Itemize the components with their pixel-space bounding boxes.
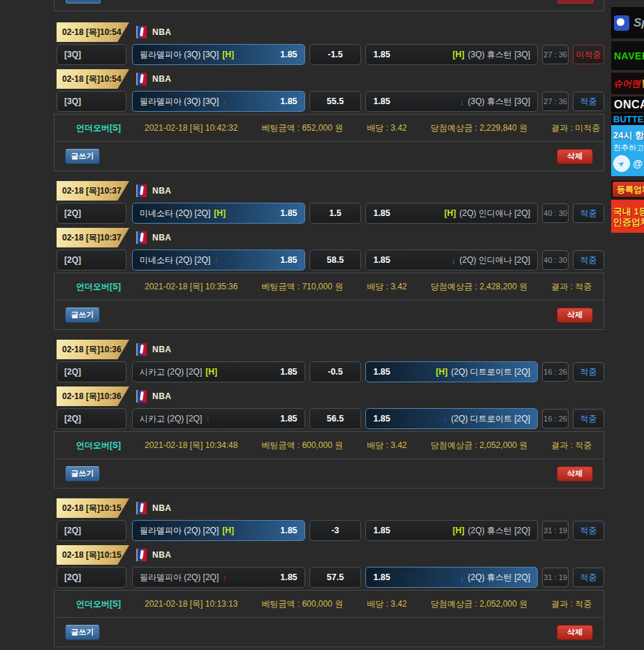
banner-naver[interactable]: NAVER [611,41,644,70]
nba-logo-icon [136,390,147,403]
payout-odds: 배당 : 3.42 [367,281,407,293]
over-odds: 1.85 [280,414,297,424]
quarter-label: [2Q] [57,361,126,382]
date-row: 02-18 [목]10:36 NBA [54,384,604,408]
league-name: NBA [152,233,172,243]
bet-row: [3Q] 필라델피아 (3Q) [3Q] ↑ 1.85 55.5 1.85 ↓ … [54,91,604,112]
banner-text: ONCA [614,99,644,111]
summary-result: 결과 : 미적중 [551,122,600,134]
sports-logo-icon [614,15,629,31]
league-name: NBA [152,345,172,354]
payout-odds: 배당 : 3.42 [367,598,407,610]
banner-no1-verified[interactable]: 국내 1등 인증업체 [611,200,644,233]
away-team-name: (2Q) 휴스턴 [2Q] [468,572,530,584]
handicap-tag: [H] [222,50,234,59]
delete-button-partial[interactable] [557,0,594,3]
score: 31 : 19 [542,521,569,540]
bet-summary: 언더오버[S] 2021-02-18 [목] 10:13:13 베팅금액 : 6… [54,590,604,647]
quarter-label: [3Q] [57,44,126,65]
summary-info: 언더오버[S] 2021-02-18 [목] 10:35:36 베팅금액 : 7… [54,273,603,301]
banner-sports[interactable]: Sp [611,7,644,38]
away-team-name: (3Q) 휴스턴 [3Q] [468,96,530,108]
expected-winnings: 당첨예상금 : 2,052,000 원 [431,598,528,610]
league-name: NBA [152,186,172,196]
date-badge: 02-18 [목]10:36 [57,340,129,359]
result-badge: 미적중 [573,45,604,64]
banner-text: NAVER [614,50,644,62]
date-row: 02-18 [목]10:36 NBA [54,338,604,361]
home-team-box: 시카고 (2Q) [2Q] [H] 1.85 [132,361,305,382]
banner-sureman[interactable]: 슈어맨 [611,73,644,94]
bet-type-label: 언더오버[S] [76,281,121,293]
bet-row: [2Q] 시카고 (2Q) [2Q] ↑ 1.85 56.5 1.85 ↓ (2… [54,408,604,429]
date-badge: 02-18 [목]10:54 [57,22,129,42]
home-team-name: 미네소타 (2Q) [2Q] [140,254,210,266]
bet-row: [3Q] 필라델피아 (3Q) [3Q] [H] 1.85 -1.5 1.85 … [54,44,604,65]
banner-telegram[interactable]: 24시 항 친추하고 ➤ @ [611,125,644,176]
away-odds: 1.85 [373,50,390,59]
at-symbol: @ [633,158,643,169]
under-box: 1.85 ↓ (2Q) 인디애나 [2Q] [365,250,538,270]
write-button[interactable]: 글쓰기 [65,466,100,482]
away-team-box: 1.85 [H] (2Q) 휴스턴 [2Q] [365,520,538,541]
summary-info: 언더오버[S] 2021-02-18 [목] 10:13:13 베팅금액 : 6… [54,591,603,618]
home-team-name: 시카고 (2Q) [2Q] [140,413,202,425]
score: 27 : 36 [542,45,569,64]
home-team-box-selected: 미네소타 (2Q) [2Q] [H] 1.85 [132,203,305,224]
bet-block: 02-18 [목]10:15 NBA [2Q] 필라델피아 (2Q) [2Q] … [54,496,604,647]
league-name: NBA [152,391,172,401]
summary-datetime: 2021-02-18 [목] 10:35:36 [145,281,237,293]
quarter-label: [3Q] [57,91,126,112]
league: NBA [136,343,172,356]
banner-text: 국내 1등 [613,206,644,217]
league: NBA [136,502,172,514]
registered-chip: 등록업체 [613,182,644,197]
date-row: 02-18 [목]10:15 NBA [54,543,604,567]
over-odds: 1.85 [280,255,297,265]
league: NBA [136,26,172,38]
nba-logo-icon [136,343,147,356]
bet-summary: 언더오버[S] 2021-02-18 [목] 10:34:48 베팅금액 : 6… [54,431,604,489]
over-box-selected: 필라델피아 (3Q) [3Q] ↑ 1.85 [132,91,305,112]
delete-button[interactable]: 삭제 [557,625,593,640]
delete-button[interactable]: 삭제 [557,466,593,482]
home-team-name: 필라델피아 (3Q) [3Q] [140,49,219,61]
write-button-partial[interactable] [66,0,101,3]
handicap-tag: [H] [444,208,456,218]
over-box-selected: 미네소타 (2Q) [2Q] ↑ 1.85 [132,250,305,270]
bet-block: 02-18 [목]10:37 NBA [2Q] 미네소타 (2Q) [2Q] [… [54,179,604,330]
bet-row: [2Q] 시카고 (2Q) [2Q] [H] 1.85 -0.5 1.85 [H… [54,361,604,382]
bet-summary: 언더오버[S] 2021-02-18 [목] 10:35:36 베팅금액 : 7… [54,273,604,330]
delete-button[interactable]: 삭제 [557,308,593,323]
banner-registered[interactable]: 등록업체 [611,180,644,198]
write-button[interactable]: 글쓰기 [65,625,100,640]
quarter-label: [2Q] [57,408,126,429]
total-line: 55.5 [309,91,362,112]
over-odds: 1.85 [280,96,297,106]
total-line: 58.5 [309,250,362,270]
write-button[interactable]: 글쓰기 [65,308,100,323]
up-arrow-icon: ↑ [214,255,219,266]
total-line: 57.5 [309,567,362,588]
handicap-tag: [H] [453,526,464,535]
delete-button[interactable]: 삭제 [557,149,593,164]
banner-butterfly[interactable]: BUTTE [611,113,644,125]
under-odds: 1.85 [373,414,390,424]
button-row: 글쓰기 삭제 [54,618,603,647]
bet-type-label: 언더오버[S] [76,122,121,134]
summary-datetime: 2021-02-18 [목] 10:42:32 [145,122,237,134]
home-odds: 1.85 [280,50,297,59]
nba-logo-icon [136,26,147,38]
write-button[interactable]: 글쓰기 [65,149,100,164]
banner-text: 슈어맨 [613,78,641,90]
bet-block: 02-18 [목]10:54 NBA [3Q] 필라델피아 (3Q) [3Q] … [54,20,604,171]
date-badge: 02-18 [목]10:36 [57,387,129,406]
home-odds: 1.85 [280,526,297,535]
nba-logo-icon [136,185,147,197]
banner-onca[interactable]: ONCA [611,96,644,113]
away-team-box: 1.85 [H] (2Q) 인디애나 [2Q] [365,203,538,224]
date-row: 02-18 [목]10:15 NBA [54,496,604,520]
banner-text: 24시 항 [613,129,644,142]
under-box: 1.85 ↓ (3Q) 휴스턴 [3Q] [365,91,538,112]
quarter-label: [2Q] [57,520,126,541]
